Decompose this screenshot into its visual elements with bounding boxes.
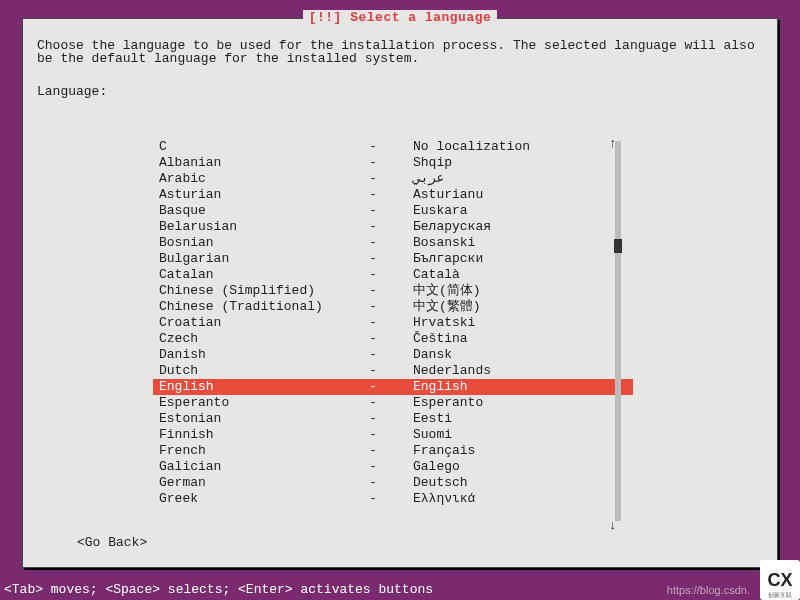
language-native: Català [413,267,627,283]
separator: - [369,219,413,235]
instructions-text: Choose the language to be used for the i… [23,19,777,73]
separator: - [369,283,413,299]
language-option[interactable]: Finnish-Suomi [153,427,633,443]
language-native: Shqip [413,155,627,171]
separator: - [369,491,413,507]
language-option[interactable]: Chinese (Traditional)-中文(繁體) [153,299,633,315]
language-name: Chinese (Traditional) [159,299,369,315]
separator: - [369,299,413,315]
language-option[interactable]: Catalan-Català [153,267,633,283]
language-name: Danish [159,347,369,363]
language-native: 中文(简体) [413,283,627,299]
language-option[interactable]: Arabic-عربي [153,171,633,187]
language-native: Euskara [413,203,627,219]
language-option[interactable]: Greek-Ελληνικά [153,491,633,507]
language-option[interactable]: Chinese (Simplified)-中文(简体) [153,283,633,299]
language-list[interactable]: C-No localizationAlbanian-ShqipArabic-عر… [153,139,633,529]
separator: - [369,363,413,379]
language-name: Chinese (Simplified) [159,283,369,299]
language-option[interactable]: Esperanto-Esperanto [153,395,633,411]
separator: - [369,251,413,267]
footer-hint: <Tab> moves; <Space> selects; <Enter> ac… [4,583,433,596]
language-name: Arabic [159,171,369,187]
logo-main: CX [767,571,792,589]
language-name: Esperanto [159,395,369,411]
language-name: Finnish [159,427,369,443]
language-option[interactable]: Estonian-Eesti [153,411,633,427]
separator: - [369,347,413,363]
language-option[interactable]: Bosnian-Bosanski [153,235,633,251]
language-option[interactable]: Asturian-Asturianu [153,187,633,203]
language-name: Greek [159,491,369,507]
separator: - [369,379,413,395]
watermark-text: https://blog.csdn. [667,585,750,596]
separator: - [369,187,413,203]
separator: - [369,203,413,219]
scrollbar-track[interactable] [615,141,621,521]
separator: - [369,475,413,491]
language-native: Български [413,251,627,267]
separator: - [369,139,413,155]
language-name: Bosnian [159,235,369,251]
language-option[interactable]: French-Français [153,443,633,459]
language-name: Croatian [159,315,369,331]
language-option[interactable]: Belarusian-Беларуская [153,219,633,235]
language-name: German [159,475,369,491]
separator: - [369,155,413,171]
language-option[interactable]: German-Deutsch [153,475,633,491]
separator: - [369,395,413,411]
language-name: Belarusian [159,219,369,235]
language-native: Suomi [413,427,627,443]
scrollbar-thumb[interactable] [614,239,622,253]
language-dialog: [!!] Select a language Choose the langua… [22,18,778,568]
language-native: Esperanto [413,395,627,411]
language-native: Dansk [413,347,627,363]
language-native: عربي [413,171,627,187]
language-name: Czech [159,331,369,347]
language-native: Ελληνικά [413,491,627,507]
language-option[interactable]: Albanian-Shqip [153,155,633,171]
dialog-title: [!!] Select a language [23,11,777,24]
separator: - [369,331,413,347]
language-native: Deutsch [413,475,627,491]
language-native: Hrvatski [413,315,627,331]
go-back-button[interactable]: <Go Back> [77,536,147,549]
language-field-label: Language: [23,73,777,106]
logo-sub: 创新互联 [768,592,792,598]
separator: - [369,459,413,475]
language-option[interactable]: English-English [153,379,633,395]
language-option[interactable]: Croatian-Hrvatski [153,315,633,331]
language-name: Galician [159,459,369,475]
language-native: English [413,379,627,395]
language-name: French [159,443,369,459]
separator: - [369,411,413,427]
language-name: Asturian [159,187,369,203]
language-native: Asturianu [413,187,627,203]
language-native: Nederlands [413,363,627,379]
language-name: Basque [159,203,369,219]
language-native: 中文(繁體) [413,299,627,315]
language-option[interactable]: Galician-Galego [153,459,633,475]
language-native: Čeština [413,331,627,347]
language-name: C [159,139,369,155]
language-name: Estonian [159,411,369,427]
language-native: Galego [413,459,627,475]
language-option[interactable]: Danish-Dansk [153,347,633,363]
language-option[interactable]: Czech-Čeština [153,331,633,347]
language-native: Bosanski [413,235,627,251]
language-native: Eesti [413,411,627,427]
language-name: Bulgarian [159,251,369,267]
separator: - [369,267,413,283]
language-native: Français [413,443,627,459]
scroll-down-icon[interactable]: ↓ [609,519,617,532]
language-option[interactable]: Dutch-Nederlands [153,363,633,379]
separator: - [369,171,413,187]
language-name: English [159,379,369,395]
language-option[interactable]: Bulgarian-Български [153,251,633,267]
language-name: Albanian [159,155,369,171]
separator: - [369,427,413,443]
language-option[interactable]: C-No localization [153,139,633,155]
language-option[interactable]: Basque-Euskara [153,203,633,219]
separator: - [369,315,413,331]
logo: CX 创新互联 [760,560,800,600]
